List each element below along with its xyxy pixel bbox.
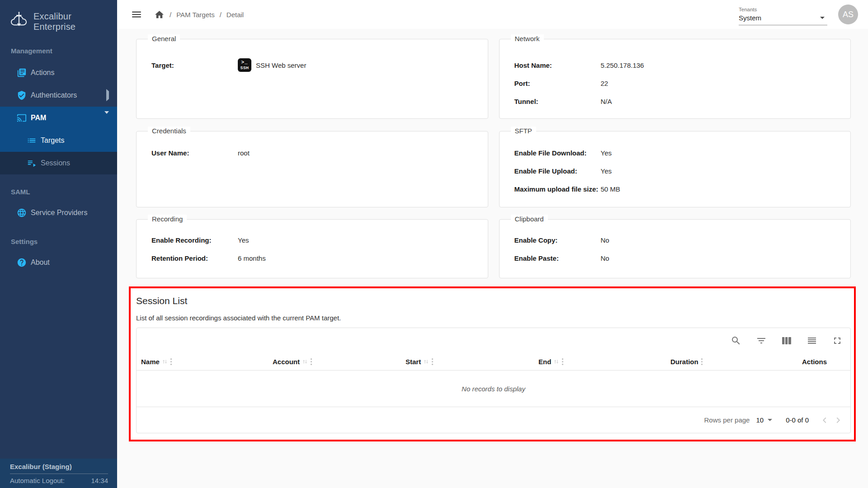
card-legend: SFTP: [511, 127, 536, 136]
field-label: Enable File Upload:: [500, 167, 601, 175]
menu-toggle-button[interactable]: [131, 9, 142, 20]
card-clipboard: Clipboard Enable Copy: No Enable Paste: …: [499, 219, 851, 278]
sidebar-item-label: Targets: [41, 136, 64, 145]
field-label: Host Name:: [500, 61, 601, 69]
section-label-saml: SAML: [0, 188, 117, 196]
sidebar-group-pam: PAM Targets: [0, 107, 117, 152]
session-table-panel: Name Account Start: [136, 328, 851, 433]
column-header-account[interactable]: Account: [273, 358, 406, 366]
field-row-tunnel: Tunnel: N/A: [500, 92, 851, 110]
field-row-file-download: Enable File Download: Yes: [500, 144, 851, 162]
sidebar-item-service-providers[interactable]: Service Providers: [0, 202, 117, 224]
column-menu-icon[interactable]: [170, 358, 172, 366]
field-label: Tunnel:: [500, 98, 601, 105]
breadcrumb-separator: /: [220, 11, 222, 19]
sort-icon[interactable]: [423, 359, 429, 365]
section-label-settings: Settings: [0, 238, 117, 246]
sort-icon[interactable]: [553, 359, 559, 365]
column-header-duration[interactable]: Duration: [670, 358, 802, 366]
table-header-row: Name Account Start: [137, 353, 850, 371]
environment-name: Excalibur (Staging): [10, 463, 108, 470]
field-value: root: [238, 149, 250, 157]
search-icon[interactable]: [731, 335, 741, 346]
column-menu-icon[interactable]: [701, 358, 703, 366]
pagination-bar: Rows per page 10 0-0 of 0: [137, 407, 850, 433]
field-value: 6 months: [238, 254, 266, 262]
user-avatar[interactable]: AS: [838, 5, 858, 24]
sidebar-item-pam[interactable]: PAM: [0, 107, 117, 129]
card-legend: Network: [511, 34, 544, 43]
globe-icon: [17, 208, 27, 218]
sort-icon[interactable]: [162, 359, 168, 365]
sidebar-item-label: Service Providers: [31, 209, 87, 217]
columns-icon[interactable]: [781, 335, 792, 346]
column-header-end[interactable]: End: [538, 358, 670, 366]
column-menu-icon[interactable]: [310, 358, 312, 366]
empty-state-message: No records to display: [137, 371, 850, 407]
field-row-enable-recording: Enable Recording: Yes: [137, 231, 488, 249]
column-menu-icon[interactable]: [431, 358, 434, 366]
tenants-select[interactable]: Tenants System: [739, 4, 827, 25]
dropdown-caret-icon: [820, 17, 825, 19]
field-row-retention: Retention Period: 6 months: [137, 249, 488, 267]
field-row-hostname: Host Name: 5.250.178.136: [500, 56, 851, 74]
home-icon[interactable]: [154, 9, 165, 20]
footer-divider: [10, 474, 108, 474]
rows-per-page-label: Rows per page: [704, 416, 750, 424]
next-page-button[interactable]: [831, 413, 845, 427]
sidebar-item-actions[interactable]: Actions: [0, 61, 117, 84]
topbar: / PAM Targets / Detail Tenants System AS: [117, 0, 868, 29]
app-root: Excalibur Enterprise Management Actions …: [0, 0, 868, 488]
column-menu-icon[interactable]: [561, 358, 564, 366]
field-value: 5.250.178.136: [601, 61, 644, 69]
list-icon: [27, 136, 37, 145]
sidebar-item-sessions[interactable]: Sessions: [0, 152, 117, 174]
card-legend: General: [148, 34, 180, 43]
session-list-subtitle: List of all session recordings associate…: [136, 314, 851, 322]
field-row-enable-copy: Enable Copy: No: [500, 231, 851, 249]
breadcrumb-pam-targets[interactable]: PAM Targets: [176, 11, 214, 19]
filter-icon[interactable]: [756, 335, 767, 346]
sidebar-item-about[interactable]: About: [0, 251, 117, 274]
field-row-max-upload: Maximum upload file size: 50 MB: [500, 180, 851, 198]
breadcrumb-detail: Detail: [226, 11, 244, 19]
sidebar-item-label: PAM: [31, 114, 46, 122]
column-header-start[interactable]: Start: [406, 358, 538, 366]
card-legend: Credentials: [148, 127, 190, 136]
previous-page-button[interactable]: [818, 413, 831, 427]
shield-check-icon: [17, 90, 27, 100]
tenants-value: System: [739, 14, 761, 22]
tenants-label: Tenants: [739, 7, 827, 12]
field-row-enable-paste: Enable Paste: No: [500, 249, 851, 267]
pagination-range: 0-0 of 0: [786, 416, 809, 424]
sidebar-item-label: Sessions: [41, 159, 70, 167]
card-network: Network Host Name: 5.250.178.136 Port: 2…: [499, 39, 851, 119]
column-header-name[interactable]: Name: [141, 358, 273, 366]
fullscreen-icon[interactable]: [832, 335, 843, 346]
help-circle-icon: [17, 258, 27, 267]
logout-countdown: 14:34: [91, 477, 108, 484]
section-label-management: Management: [0, 47, 117, 55]
sidebar-item-label: About: [31, 258, 50, 267]
field-value: Yes: [601, 167, 612, 175]
logo: Excalibur Enterprise: [0, 0, 117, 33]
density-icon[interactable]: [807, 335, 817, 346]
sort-icon[interactable]: [302, 359, 308, 365]
field-value: Yes: [601, 149, 612, 157]
card-general: General Target: >_ SSH SSH Web server: [136, 39, 488, 119]
rows-per-page-select[interactable]: 10: [756, 416, 772, 424]
logout-label: Automatic Logout:: [10, 477, 65, 484]
field-label: Enable File Download:: [500, 149, 601, 157]
breadcrumb-separator: /: [170, 11, 171, 19]
session-list-section: Session List List of all session recordi…: [129, 286, 856, 441]
cloud-sword-logo-icon: [9, 11, 29, 33]
ssh-target-icon: >_ SSH: [238, 58, 251, 72]
sidebar-item-label: Actions: [31, 69, 54, 77]
field-row-file-upload: Enable File Upload: Yes: [500, 162, 851, 180]
card-sftp: SFTP Enable File Download: Yes Enable Fi…: [499, 131, 851, 207]
sidebar-item-targets[interactable]: Targets: [0, 129, 117, 152]
chevron-right-icon: [106, 91, 109, 99]
field-label: Target:: [137, 61, 238, 69]
avatar-initials: AS: [843, 10, 854, 19]
sidebar-item-authenticators[interactable]: Authenticators: [0, 84, 117, 107]
